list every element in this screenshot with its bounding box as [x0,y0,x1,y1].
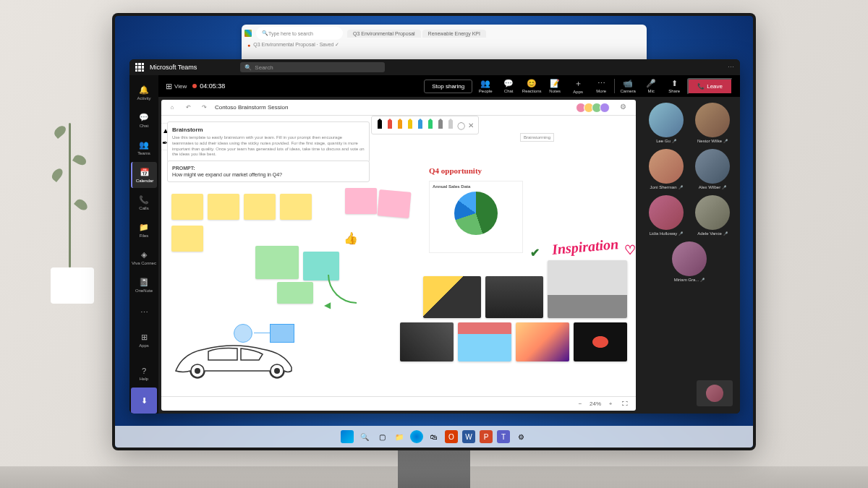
rail-files[interactable]: 📁Files [131,217,157,243]
participant-tile[interactable]: Lidia Holloway🎤 [645,195,687,236]
participant-tile[interactable]: Joni Sherman🎤 [645,149,687,189]
collaborator-avatars[interactable] [578,103,610,113]
taskbar-office-icon[interactable]: O [445,430,458,443]
rail-calls[interactable]: 📞Calls [131,189,157,215]
inspiration-photo[interactable] [400,322,454,361]
chat-button[interactable]: 💬Chat [498,79,519,93]
highlighter[interactable] [437,119,444,132]
thumbs-up-reaction-icon[interactable]: 👍 [344,231,358,245]
sticky-note[interactable] [280,194,312,220]
sticky-note[interactable] [244,194,276,220]
browser-search[interactable]: 🔍 Type here to search [256,27,343,40]
rail-calendar[interactable]: 📅Calendar [131,162,157,188]
stop-sharing-button[interactable]: Stop sharing [424,80,472,93]
more-button[interactable]: ⋯More [591,79,611,93]
inspiration-photo[interactable] [423,276,481,318]
settings-icon[interactable]: ⚙ [620,103,630,113]
lasso-icon[interactable]: ◯ [457,121,465,129]
browser-tab-1[interactable]: Q3 Environmental Proposal [347,30,421,38]
participant-tile[interactable]: Nestor Wilke🎤 [692,103,733,143]
whiteboard-canvas[interactable]: ▲ ✒ Brainstorm Use this template to easi… [161,116,636,396]
redo-button[interactable]: ↷ [199,103,209,113]
monitor-stand [398,448,470,488]
sticky-note[interactable] [378,189,412,218]
self-video-tile[interactable] [697,380,733,406]
undo-button[interactable]: ↶ [183,103,193,113]
people-button[interactable]: 👥People [475,79,495,93]
avatar [600,103,610,113]
reactions-button[interactable]: 😊Reactions [522,79,542,93]
zoom-out-button[interactable]: − [575,399,585,409]
participant-tile[interactable]: Miriam Gra...🎤 [668,241,710,282]
taskbar-taskview-icon[interactable]: ▢ [375,430,388,443]
pen-blue[interactable] [417,119,424,132]
app-launcher-icon[interactable] [135,63,144,72]
rail-viva[interactable]: ◈Viva Connec [131,244,157,270]
rail-more[interactable]: ⋯ [131,299,157,325]
sticky-note[interactable] [208,194,239,220]
pen-yellow[interactable] [407,119,414,132]
mic-button[interactable]: 🎤Mic [641,79,661,93]
participant-tile[interactable]: Alex Wilber🎤 [692,149,733,189]
brainstorm-card[interactable]: Brainstorm Use this template to easily b… [167,121,370,163]
brainstorming-tab[interactable]: Brainstorming [520,133,554,142]
participant-tile[interactable]: Adele Vance🎤 [692,195,733,236]
rail-onenote[interactable]: 📓OneNote [131,272,157,298]
camera-button[interactable]: 📹Camera [618,79,638,93]
pen-orange[interactable] [396,119,404,132]
inspiration-photo-vintage-car[interactable] [548,260,627,318]
more-menu-icon[interactable]: ⋯ [728,64,734,71]
participant-tile[interactable]: Lee Gu🎤 [645,103,687,143]
share-button[interactable]: ⬆Share [664,79,684,93]
whiteboard-footer: − 24% + ⛶ [161,396,636,411]
view-button[interactable]: ⊞View [166,82,187,91]
sticky-note[interactable] [171,226,203,252]
teams-search-input[interactable]: 🔍Search [240,62,385,72]
inspiration-photo-gauge[interactable] [574,322,627,361]
apps-button[interactable]: ＋Apps [568,78,588,94]
taskbar-word-icon[interactable]: W [462,430,475,443]
taskbar-explorer-icon[interactable]: 📁 [393,430,406,443]
svg-point-1 [195,368,200,374]
taskbar-store-icon[interactable]: 🛍 [427,430,441,443]
inspiration-photo[interactable] [485,276,543,318]
rail-apps[interactable]: ⊞Apps [131,327,157,353]
pen-black[interactable] [376,119,383,132]
sticky-note[interactable] [277,282,313,304]
zoom-in-button[interactable]: + [605,399,616,409]
ink-annotation-inspiration[interactable]: Inspiration [551,236,619,258]
rail-help[interactable]: ?Help [131,360,157,386]
mic-muted-icon: 🎤 [700,278,705,282]
ink-annotation-opportunity[interactable]: Q4 opportunity [429,166,482,175]
rail-teams[interactable]: 👥Teams [131,134,157,160]
home-icon[interactable]: ⌂ [167,103,177,113]
pen-red[interactable] [386,119,393,132]
start-button[interactable] [341,430,354,443]
taskbar-settings-icon[interactable]: ⚙ [514,430,527,443]
sticky-note[interactable] [255,246,299,279]
rail-chat[interactable]: 💬Chat [131,107,157,133]
close-toolbar-icon[interactable]: ✕ [468,121,474,129]
rail-activity[interactable]: 🔔Activity [131,80,157,106]
sales-chart-card[interactable]: Annual Sales Data [429,181,523,253]
self-avatar [706,385,723,402]
notes-button[interactable]: 📝Notes [545,79,565,93]
whiteboard-title: Contoso Brainstorm Session [215,104,288,111]
pen-green[interactable] [427,119,434,132]
participants-panel: Lee Gu🎤 Nestor Wilke🎤 Joni Sherman🎤 Alex… [639,97,740,414]
taskbar-edge-icon[interactable] [410,430,423,443]
inspiration-photo-sunset[interactable] [516,322,569,361]
sticky-note[interactable] [345,188,377,214]
sticky-note[interactable] [171,194,203,220]
taskbar-teams-icon[interactable]: T [497,430,510,443]
taskbar-search-icon[interactable]: 🔍 [358,430,371,443]
rail-download[interactable]: ⬇ [131,388,157,414]
prompt-card[interactable]: PROMPT: How might we expand our market o… [167,160,370,182]
browser-tab-2[interactable]: Renewable Energy KPI [422,30,486,38]
fit-screen-button[interactable]: ⛶ [620,399,630,409]
leave-button[interactable]: 📞Leave [687,78,733,95]
car-sketch[interactable] [169,331,299,382]
eraser[interactable] [447,119,454,132]
taskbar-powerpoint-icon[interactable]: P [480,430,493,443]
inspiration-photo[interactable] [458,322,511,361]
